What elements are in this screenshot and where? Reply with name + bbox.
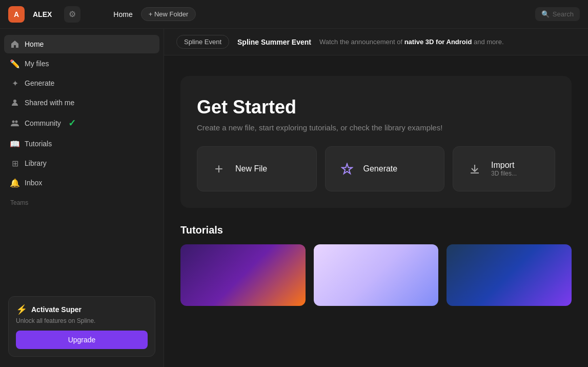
- import-text: Import 3D files...: [491, 161, 517, 177]
- new-file-card[interactable]: + New File: [197, 146, 317, 191]
- tutorials-icon: 📖: [10, 139, 19, 148]
- sidebar-item-generate[interactable]: ✦ Generate: [4, 74, 159, 92]
- upgrade-button[interactable]: Upgrade: [16, 331, 148, 349]
- import-card[interactable]: Import 3D files...: [453, 146, 555, 191]
- download-icon: [465, 160, 484, 178]
- generate-card[interactable]: Generate: [325, 146, 445, 191]
- activate-subtitle: Unlock all features on Spline.: [16, 317, 148, 324]
- generate-label: Generate: [363, 164, 398, 173]
- activate-title: Activate Super: [31, 305, 82, 314]
- tutorials-grid: [180, 244, 572, 306]
- sidebar-item-shared[interactable]: Shared with me: [4, 93, 159, 112]
- banner-title: Spline Summer Event: [237, 38, 311, 46]
- community-icon: [10, 119, 19, 128]
- teams-section-label: Teams: [4, 193, 159, 208]
- svg-point-0: [13, 100, 16, 103]
- home-icon: [10, 40, 19, 49]
- banner-description: Watch the announcement of native 3D for …: [319, 38, 504, 46]
- shared-icon: [10, 98, 19, 107]
- plus-icon: +: [210, 160, 228, 178]
- import-sublabel: 3D files...: [491, 170, 517, 177]
- svg-point-2: [15, 121, 18, 123]
- tutorials-title: Tutorials: [180, 224, 572, 236]
- sidebar-item-home[interactable]: Home: [4, 35, 159, 53]
- content-area: Get Started Create a new file, start exp…: [164, 55, 588, 322]
- avatar: A: [8, 6, 25, 23]
- new-folder-button[interactable]: + New Folder: [141, 7, 196, 21]
- sidebar: Home ✏️ My files ✦ Generate Shared with …: [0, 29, 164, 367]
- settings-button[interactable]: ⚙: [64, 6, 80, 23]
- inbox-icon: 🔔: [10, 178, 19, 187]
- files-icon: ✏️: [10, 59, 19, 68]
- sidebar-item-community[interactable]: Community ✓: [4, 113, 159, 133]
- tutorial-card-2[interactable]: [314, 244, 439, 306]
- bolt-icon: ⚡: [16, 304, 27, 315]
- layout: Home ✏️ My files ✦ Generate Shared with …: [0, 29, 588, 367]
- svg-point-1: [12, 121, 15, 123]
- tutorials-section: Tutorials: [180, 224, 572, 306]
- event-banner: Spline Event Spline Summer Event Watch t…: [164, 29, 588, 55]
- generate-sparkle-icon: [338, 160, 356, 178]
- new-file-label: New File: [235, 164, 267, 173]
- get-started-section: Get Started Create a new file, start exp…: [180, 76, 572, 208]
- generate-icon: ✦: [10, 79, 19, 88]
- get-started-title: Get Started: [197, 96, 555, 118]
- sidebar-item-inbox[interactable]: 🔔 Inbox: [4, 173, 159, 192]
- sidebar-item-my-files[interactable]: ✏️ My files: [4, 54, 159, 73]
- username-label: ALEX: [33, 10, 52, 18]
- sidebar-item-tutorials[interactable]: 📖 Tutorials: [4, 134, 159, 153]
- search-placeholder: Search: [553, 10, 574, 18]
- home-nav-label: Home: [113, 10, 132, 18]
- spline-event-tab[interactable]: Spline Event: [176, 35, 229, 49]
- activate-super-card: ⚡ Activate Super Unlock all features on …: [8, 296, 155, 357]
- search-icon: 🔍: [541, 10, 550, 18]
- get-started-subtitle: Create a new file, start exploring tutor…: [197, 123, 555, 132]
- main-content: Spline Event Spline Summer Event Watch t…: [164, 29, 588, 367]
- search-bar[interactable]: 🔍 Search: [535, 7, 580, 21]
- activate-header: ⚡ Activate Super: [16, 304, 148, 315]
- topbar: A ALEX ⚙ Home + New Folder 🔍 Search: [0, 0, 588, 29]
- import-label: Import: [491, 161, 517, 170]
- library-icon: ⊞: [10, 159, 19, 168]
- sidebar-bottom: ⚡ Activate Super Unlock all features on …: [4, 292, 159, 361]
- tutorial-card-1[interactable]: [180, 244, 306, 306]
- action-cards: + New File Generate Imp: [197, 146, 555, 191]
- sidebar-item-library[interactable]: ⊞ Library: [4, 154, 159, 172]
- community-check-icon: ✓: [68, 118, 76, 129]
- tutorial-card-3[interactable]: [447, 244, 572, 306]
